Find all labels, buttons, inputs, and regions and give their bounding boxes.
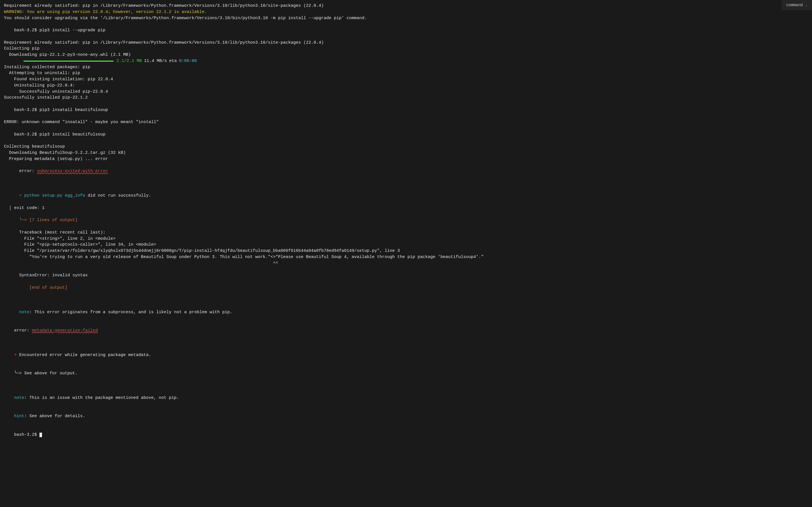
command-3: pip3 install beautifulsoup <box>40 132 105 137</box>
output-line-27: File "<string>", line 2, in <module> <box>4 236 808 242</box>
output-line-19: Downloading BeautifulSoup-3.2.2.tar.gz (… <box>4 150 808 156</box>
output-line-37: error: metadata-generation-failed <box>4 321 808 340</box>
bash-prompt-3: bash-3.2$ <box>14 132 40 137</box>
output-line-24: │ exit code: 1 <box>4 205 808 211</box>
output-line-2: WARNING: You are using pip version 22.0.… <box>4 9 808 15</box>
output-line-40: ╰─> See above for output. <box>4 364 808 383</box>
output-line-36: note: This error originates from a subpr… <box>4 303 808 321</box>
download-progress-bar <box>23 61 114 62</box>
progress-eta-value: 0:00:00 <box>179 58 197 64</box>
progress-bar-line: 2.1/2.1 MB 11.4 MB/s eta 0:00:00 <box>4 58 808 64</box>
blank-1 <box>4 180 808 187</box>
output-line-43: hint: See above for details. <box>4 407 808 426</box>
progress-text: 2.1/2.1 MB <box>116 58 142 64</box>
prompt-line-2: bash-3.2$ pip3 insatall beautifulsoup <box>4 101 808 119</box>
progress-eta-label: eta <box>169 58 177 64</box>
bash-prompt-2: bash-3.2$ <box>14 108 40 112</box>
output-line-13: Successfully uninstalled pip-22.0.4 <box>4 89 808 95</box>
output-line-14: Successfully installed pip-22.1.2 <box>4 95 808 101</box>
bash-prompt-final: bash-3.2$ <box>14 432 40 437</box>
output-line-23: × python setup.py egg_info did not run s… <box>4 187 808 205</box>
output-line-33: SyntaxError: invalid syntax <box>4 272 808 279</box>
bash-prompt-1: bash-3.2$ <box>14 28 40 33</box>
command-1: pip3 install --upgrade pip <box>40 28 105 33</box>
terminal-cursor <box>40 433 42 437</box>
prompt-line-3: bash-3.2$ pip3 install beautifulsoup <box>4 125 808 144</box>
output-line-28: File "<pip-setuptools-caller>", line 34,… <box>4 242 808 248</box>
final-prompt-line: bash-3.2$ <box>4 426 808 444</box>
output-line-3: You should consider upgrading via the '/… <box>4 15 808 21</box>
output-line-30: "You're trying to run a very old release… <box>4 254 808 260</box>
output-line-1: Requirement already satisfied: pip in /L… <box>4 3 808 9</box>
output-line-10: Attempting to uninstall: pip <box>4 70 808 76</box>
output-line-29: File "/private/var/folders/gw/xlyqhslx07… <box>4 248 808 254</box>
output-line-12: Uninstalling pip-22.0.4: <box>4 82 808 89</box>
output-line-21: error: subprocess-exited-with-error <box>4 162 808 180</box>
prompt-line-1: bash-3.2$ pip3 install --upgrade pip <box>4 21 808 40</box>
blank-2 <box>4 266 808 272</box>
shortcut-display: command . <box>786 3 808 7</box>
blank-4 <box>4 340 808 346</box>
output-line-34: [end of output] <box>4 279 808 297</box>
output-line-16: ERROR: unknown command "insatall" - mayb… <box>4 119 808 125</box>
output-line-31: ^^ <box>4 260 808 267</box>
output-line-25: ╰─> [7 lines of output] <box>4 211 808 230</box>
progress-fill <box>23 61 114 62</box>
progress-speed: 11.4 MB/s <box>144 58 167 64</box>
terminal-window: Requirement already satisfied: pip in /L… <box>0 0 812 507</box>
output-line-18: Collecting beautifulsoup <box>4 144 808 150</box>
output-line-7: Downloading pip-22.1.2-py3-none-any.whl … <box>4 52 808 58</box>
output-line-11: Found existing installation: pip 22.0.4 <box>4 76 808 82</box>
output-line-42: note: This is an issue with the package … <box>4 389 808 407</box>
output-line-39: × Encountered error while generating pac… <box>4 346 808 364</box>
blank-3 <box>4 297 808 303</box>
output-line-26: Traceback (most recent call last): <box>4 230 808 236</box>
command-2: pip3 insatall beautifulsoup <box>40 108 108 112</box>
output-line-20: Preparing metadata (setup.py) ... error <box>4 156 808 162</box>
output-line-6: Collecting pip <box>4 46 808 52</box>
blank-5 <box>4 383 808 389</box>
output-line-9: Installing collected packages: pip <box>4 64 808 70</box>
output-line-5: Requirement already satisfied: pip in /L… <box>4 40 808 46</box>
top-bar: command . <box>781 0 812 10</box>
